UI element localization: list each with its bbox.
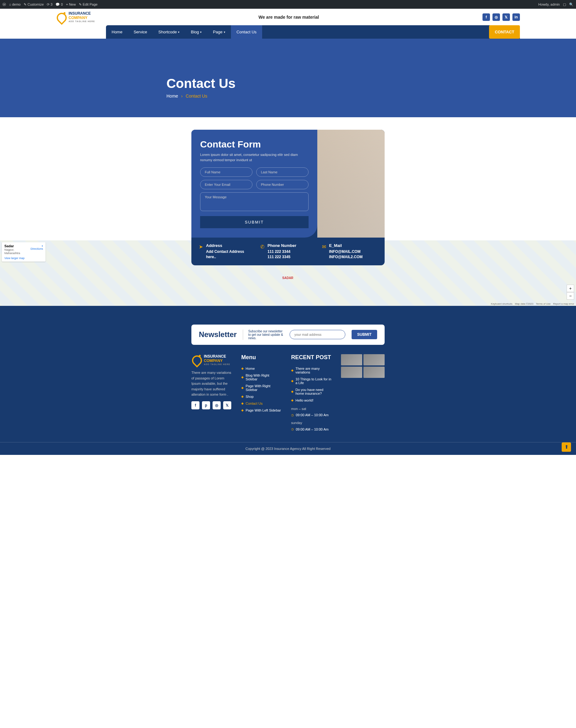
logo-text-2: COMPANY bbox=[68, 16, 95, 20]
gallery-thumb[interactable] bbox=[341, 354, 362, 365]
footer-menu-home[interactable]: Home bbox=[246, 367, 255, 370]
shield-icon: ◆ bbox=[291, 379, 294, 383]
phone-icon: ✆ bbox=[260, 244, 264, 260]
logo-icon bbox=[56, 12, 66, 22]
email-value-2: INFO@MAIL2.COM bbox=[329, 254, 363, 260]
location-icon: ➤ bbox=[199, 244, 203, 260]
adminbar-edit[interactable]: ✎ Edit Page bbox=[79, 2, 97, 6]
instagram-icon[interactable]: ◎ bbox=[492, 13, 500, 21]
hours-weekday-time: 09:00 AM – 10:00 Am bbox=[296, 413, 328, 417]
shield-icon: ◆ bbox=[291, 390, 294, 393]
breadcrumb-home[interactable]: Home bbox=[167, 93, 178, 99]
shield-icon: ◆ bbox=[241, 386, 244, 389]
twitter-icon[interactable]: 𝕏 bbox=[502, 13, 510, 21]
footer-about-text: There are many variations of passages of… bbox=[191, 370, 232, 397]
adminbar-new[interactable]: + New bbox=[66, 2, 76, 6]
footer-gallery bbox=[341, 354, 385, 378]
adminbar-howdy[interactable]: Howdy, admin bbox=[538, 2, 560, 6]
clock-icon: ◷ bbox=[291, 413, 294, 417]
nav-contact-us[interactable]: Contact Us bbox=[231, 25, 262, 39]
chevron-down-icon: ▾ bbox=[178, 31, 179, 34]
address-value: Add Contact Address here.. bbox=[206, 249, 254, 260]
gallery-thumb[interactable] bbox=[364, 367, 385, 378]
footer-instagram-icon[interactable]: ◎ bbox=[212, 401, 221, 409]
adminbar-updates[interactable]: ⟳ 3 bbox=[47, 2, 52, 6]
full-name-input[interactable] bbox=[200, 167, 253, 177]
footer-menu-page-right[interactable]: Page With Right Sidebar bbox=[246, 384, 282, 392]
newsletter-title: Newsletter bbox=[199, 330, 237, 339]
adminbar-search-icon[interactable]: 🔍 bbox=[569, 2, 574, 6]
footer-twitter-icon[interactable]: 𝕏 bbox=[223, 401, 231, 409]
phone-value-1: 111 222 3344 bbox=[267, 249, 296, 254]
newsletter-text: Subscribe our newsletter to get our late… bbox=[243, 330, 283, 340]
map-data: Map data ©2023 bbox=[515, 302, 533, 305]
shield-icon: ◆ bbox=[241, 375, 244, 379]
adminbar-customize[interactable]: ✎ Customize bbox=[24, 2, 44, 6]
map-terms[interactable]: Terms of Use bbox=[536, 302, 550, 305]
breadcrumb: Home › Contact Us bbox=[167, 93, 409, 99]
hours-sunday: sunday bbox=[291, 420, 332, 426]
contact-image bbox=[317, 130, 385, 237]
logo-tagline: ADD TAGLINE HERE bbox=[68, 20, 95, 23]
gallery-thumb[interactable] bbox=[364, 354, 385, 365]
map-view-larger[interactable]: View larger map bbox=[4, 257, 43, 260]
map-zoom-in[interactable]: + bbox=[567, 285, 574, 292]
facebook-icon[interactable]: f bbox=[483, 13, 490, 21]
footer-logo[interactable]: INSURANCE COMPANY ADD TAGLINE HERE bbox=[191, 354, 232, 366]
page-title: Contact Us bbox=[167, 76, 409, 91]
nav-service[interactable]: Service bbox=[128, 25, 153, 39]
last-name-input[interactable] bbox=[256, 167, 309, 177]
footer-menu-page-left[interactable]: Page With Left Sidebar bbox=[246, 409, 281, 412]
adminbar-site[interactable]: ⌂ demo bbox=[9, 2, 21, 6]
email-value-1: INFO@MAIL.COM bbox=[329, 249, 363, 254]
footer-menu-contact[interactable]: Contact Us bbox=[246, 401, 262, 405]
nav-blog[interactable]: Blog▾ bbox=[185, 25, 207, 39]
site-logo[interactable]: INSURANCE COMPANY ADD TAGLINE HERE bbox=[56, 11, 95, 23]
logo-icon bbox=[191, 355, 201, 365]
gallery-thumb[interactable] bbox=[341, 367, 362, 378]
recent-post-3[interactable]: Do you have need home insurance? bbox=[295, 388, 332, 395]
phone-label: Phone Number bbox=[267, 243, 296, 248]
nav-contact-button[interactable]: CONTACT bbox=[489, 25, 520, 39]
linkedin-icon[interactable]: in bbox=[512, 13, 520, 21]
footer-menu-shop[interactable]: Shop bbox=[246, 395, 254, 398]
message-textarea[interactable] bbox=[200, 192, 309, 211]
scroll-top-button[interactable]: ⬆ bbox=[561, 442, 571, 452]
recent-post-2[interactable]: 10 Things to Look for in a Life bbox=[295, 377, 332, 385]
adminbar-avatar-icon[interactable]: ▢ bbox=[563, 2, 566, 6]
map-place-title: Sadar bbox=[4, 244, 14, 248]
nav-shortcode[interactable]: Shortcode▾ bbox=[153, 25, 185, 39]
email-input[interactable] bbox=[200, 180, 253, 189]
shield-icon: ◆ bbox=[291, 398, 294, 402]
footer-pinterest-icon[interactable]: p bbox=[202, 401, 210, 409]
phone-value-2: 111 222 3345 bbox=[267, 254, 296, 260]
clock-icon: ◷ bbox=[291, 427, 294, 431]
footer-facebook-icon[interactable]: f bbox=[191, 401, 200, 409]
wp-logo-icon[interactable]: ⓦ bbox=[2, 2, 6, 7]
map-directions-link[interactable]: ⬧Directions bbox=[31, 244, 43, 250]
chevron-right-icon: › bbox=[181, 93, 183, 99]
map-zoom-out[interactable]: − bbox=[567, 292, 574, 300]
adminbar-comments[interactable]: 💬 0 bbox=[56, 2, 63, 6]
recent-post-1[interactable]: There are many variations bbox=[295, 367, 332, 374]
email-label: E_Mail bbox=[329, 243, 363, 248]
address-label: Address bbox=[206, 243, 254, 248]
shield-icon: ◆ bbox=[241, 395, 244, 398]
email-icon: ✉ bbox=[322, 244, 326, 260]
recent-post-4[interactable]: Hello world! bbox=[295, 398, 313, 402]
shield-icon: ◆ bbox=[241, 401, 244, 405]
breadcrumb-current: Contact Us bbox=[186, 93, 207, 99]
nav-home[interactable]: Home bbox=[106, 25, 128, 39]
nav-page[interactable]: Page▾ bbox=[207, 25, 231, 39]
shield-icon: ◆ bbox=[241, 367, 244, 370]
footer-menu-blog[interactable]: Blog With Right Sidebar bbox=[246, 373, 282, 381]
newsletter-submit-button[interactable]: SUBMIT bbox=[352, 330, 377, 339]
chevron-down-icon: ▾ bbox=[224, 31, 225, 34]
map-place-sub: Nagpur, Maharashtra bbox=[4, 248, 20, 255]
newsletter-email-input[interactable] bbox=[290, 330, 345, 339]
submit-button[interactable]: SUBMIT bbox=[200, 216, 309, 228]
map-report[interactable]: Report a map error bbox=[553, 302, 574, 305]
phone-input[interactable] bbox=[256, 180, 309, 189]
logo-text-1: INSURANCE bbox=[68, 11, 95, 16]
map-shortcuts[interactable]: Keyboard shortcuts bbox=[491, 302, 512, 305]
